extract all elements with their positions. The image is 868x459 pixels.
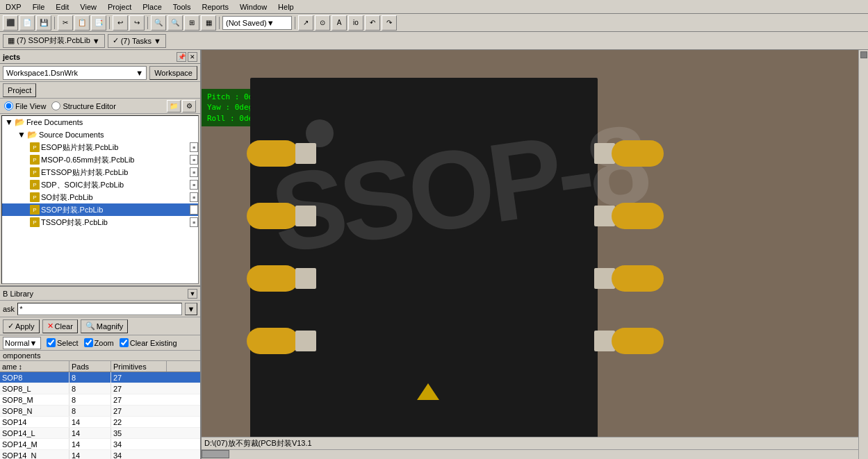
col-header-primitives[interactable]: Primitives (111, 361, 167, 372)
pad-left-4 (247, 328, 316, 354)
menu-reports[interactable]: Reports (199, 2, 231, 12)
tree-item-file-1[interactable]: P MSOP-0.65mm封装.PcbLib ≡ (2, 153, 198, 166)
pcb-canvas[interactable]: Pitch : 0deg Yaw : 0deg Roll : 0deg SSOP… (202, 50, 868, 459)
clear-existing-checkbox[interactable] (120, 338, 129, 347)
lib-search-input[interactable] (17, 303, 182, 315)
menu-view[interactable]: View (77, 2, 99, 12)
settings-icon-btn[interactable]: ⚙ (182, 100, 196, 112)
pad-left-2 (247, 203, 316, 229)
bottom-scrollbar[interactable] (202, 449, 858, 459)
toolbar-btn-1[interactable]: ⬛ (3, 15, 18, 31)
lib-search-dropdown-btn[interactable]: ▼ (185, 303, 197, 315)
scroll-thumb[interactable] (860, 51, 867, 58)
right-scrollbar-panel[interactable] (858, 50, 868, 459)
file-view-radio-input[interactable] (4, 101, 13, 110)
magnify-button[interactable]: 🔍 Magnify (81, 319, 129, 333)
file-label-1: MSOP-0.65mm封装.PcbLib (41, 155, 188, 165)
main-toolbar: ⬛ 📄 💾 ✂ 📋 📑 ↩ ↪ 🔍 🔍 ⊞ ▦ (Not Saved) ▼ ↗ … (0, 14, 868, 32)
tree-item-free-docs[interactable]: ▼ 📂 Free Documents (2, 116, 198, 128)
not-saved-dropdown[interactable]: (Not Saved) ▼ (222, 16, 292, 30)
toolbar-btn-17[interactable]: ↷ (382, 15, 397, 31)
tree-item-file-0[interactable]: P ESOP贴片封装.PcbLib ≡ (2, 141, 198, 153)
file-tree[interactable]: ▼ 📂 Free Documents ▼ 📂 Source Documents … (1, 115, 199, 284)
tree-item-file-5[interactable]: P SSOP封装.PcbLib ≡ (2, 203, 198, 216)
tree-item-file-6[interactable]: P TSSOP封装.PcbLib ≡ (2, 216, 198, 228)
tree-item-file-2[interactable]: P ETSSOP贴片封装.PcbLib ≡ (2, 166, 198, 178)
menu-help[interactable]: Help (275, 2, 297, 12)
toolbar-btn-4[interactable]: ✂ (58, 15, 73, 31)
pad-white-left-3 (295, 268, 316, 289)
toolbar-btn-14[interactable]: A (331, 15, 347, 31)
toolbar-btn-15[interactable]: io (348, 15, 363, 31)
comp-pads-7: 14 (69, 450, 111, 459)
toolbar-btn-3[interactable]: 💾 (36, 15, 51, 31)
col-header-name[interactable]: ame ↕ (0, 361, 69, 372)
file-view-label: File View (15, 102, 46, 110)
comp-header: ame ↕ Pads Primitives (0, 361, 200, 372)
apply-button[interactable]: ✓ Apply (3, 319, 40, 333)
menu-project[interactable]: Project (105, 2, 134, 12)
tab-pcblib[interactable]: ▦ (7) SSOP封装.PcbLib ▼ (3, 34, 105, 48)
free-docs-label: Free Documents (26, 118, 198, 126)
select-checkbox-item[interactable]: Select (47, 338, 79, 347)
tab-tasks[interactable]: ✓ (7) Tasks ▼ (108, 34, 166, 48)
file-view-radio[interactable]: File View (4, 101, 46, 110)
comp-row-3[interactable]: SOP8_N 8 27 (0, 406, 200, 417)
toolbar-btn-2[interactable]: 📄 (19, 15, 35, 31)
comp-pads-4: 14 (69, 417, 111, 427)
folder-open-icon: 📂 (15, 117, 25, 127)
workspace-button[interactable]: Workspace (149, 66, 197, 80)
clear-button[interactable]: ✕ Clear (42, 319, 78, 333)
comp-row-0[interactable]: SOP8 8 27 (0, 372, 200, 383)
dropdown-arrow: ▼ (267, 19, 275, 27)
lib-dropdown-arrow[interactable]: ▼ (188, 289, 197, 299)
menu-edit[interactable]: Edit (53, 2, 72, 12)
pad-left-1 (247, 140, 316, 167)
col-header-pads[interactable]: Pads (69, 361, 111, 372)
toolbar-btn-5[interactable]: 📋 (74, 15, 90, 31)
pad-left-3 (247, 265, 316, 292)
workspace-path-dropdown[interactable]: Workspace1.DsnWrk ▼ (3, 66, 147, 80)
components-scroll-area[interactable]: SOP8 8 27 SOP8_L 8 27 SOP8_M 8 27 (0, 372, 200, 459)
source-folder-icon: 📂 (27, 130, 38, 140)
toolbar-btn-11[interactable]: ⊞ (184, 15, 199, 31)
structure-editor-radio-input[interactable] (51, 101, 60, 110)
comp-row-7[interactable]: SOP14_N 14 34 (0, 450, 200, 459)
panel-close-btn[interactable]: ✕ (188, 52, 197, 62)
tree-item-file-3[interactable]: P SDP、SOIC封装.PcbLib ≡ (2, 178, 198, 191)
toolbar-btn-6[interactable]: 📑 (91, 15, 106, 31)
folder-icon-btn[interactable]: 📁 (167, 100, 181, 112)
menu-tools[interactable]: Tools (170, 2, 194, 12)
doc-badge-5: ≡ (190, 205, 198, 215)
toolbar-btn-13[interactable]: ⊙ (315, 15, 330, 31)
toolbar-btn-9[interactable]: 🔍 (151, 15, 166, 31)
tree-item-source-docs[interactable]: ▼ 📂 Source Documents (2, 128, 198, 141)
apply-icon: ✓ (8, 322, 14, 331)
comp-row-1[interactable]: SOP8_L 8 27 (0, 383, 200, 394)
comp-row-2[interactable]: SOP8_M 8 27 (0, 394, 200, 406)
menu-dxp[interactable]: DXP (3, 2, 24, 12)
toolbar-btn-12[interactable]: ↗ (298, 15, 313, 31)
menu-place[interactable]: Place (140, 2, 165, 12)
structure-editor-radio[interactable]: Structure Editor (51, 101, 115, 110)
select-mode-dropdown[interactable]: Normal ▼ (3, 337, 41, 349)
menu-window[interactable]: Window (237, 2, 270, 12)
panel-pin-btn[interactable]: 📌 (177, 52, 186, 62)
toolbar-btn-10[interactable]: 🔍 (167, 15, 183, 31)
toolbar-btn-7[interactable]: ↩ (113, 15, 128, 31)
toolbar-btn-8[interactable]: ↪ (129, 15, 145, 31)
menu-file[interactable]: File (30, 2, 48, 12)
bottom-scroll-thumb[interactable] (202, 450, 229, 458)
comp-row-5[interactable]: SOP14_L 14 35 (0, 428, 200, 439)
toolbar-zoom-dropdown[interactable]: ▦ (201, 15, 216, 31)
project-button[interactable]: Project (3, 83, 36, 97)
select-checkbox[interactable] (47, 338, 56, 347)
comp-row-6[interactable]: SOP14_M 14 34 (0, 439, 200, 450)
zoom-checkbox-item[interactable]: Zoom (84, 338, 114, 347)
zoom-checkbox[interactable] (84, 338, 93, 347)
clear-existing-checkbox-item[interactable]: Clear Existing (120, 338, 177, 347)
workspace-bar: Workspace1.DsnWrk ▼ Workspace (0, 64, 200, 82)
toolbar-btn-16[interactable]: ↶ (365, 15, 380, 31)
tree-item-file-4[interactable]: P SO封装.PcbLib ≡ (2, 191, 198, 203)
comp-row-4[interactable]: SOP14 14 22 (0, 417, 200, 428)
